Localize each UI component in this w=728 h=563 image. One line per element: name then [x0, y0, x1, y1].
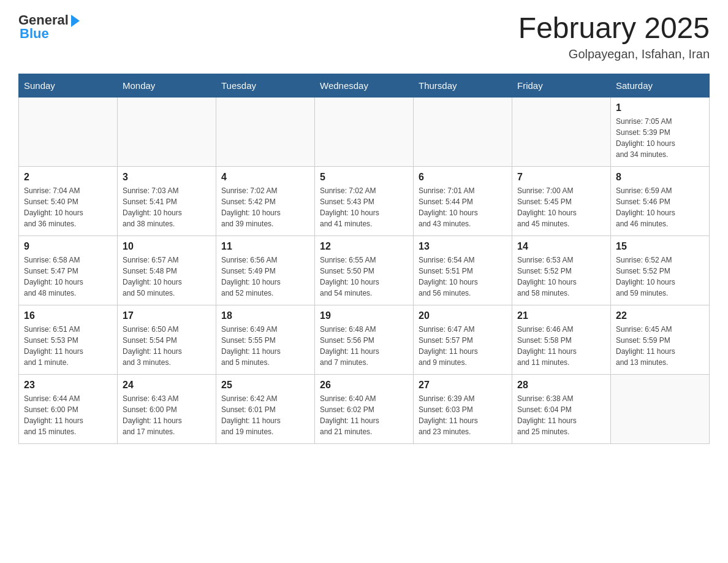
day-info: Sunrise: 6:56 AM Sunset: 5:49 PM Dayligh… [221, 255, 309, 299]
day-number: 11 [221, 241, 309, 252]
day-number: 5 [320, 172, 408, 183]
day-number: 28 [517, 380, 605, 391]
day-number: 27 [419, 380, 507, 391]
day-info: Sunrise: 7:04 AM Sunset: 5:40 PM Dayligh… [24, 185, 112, 229]
calendar-cell: 18Sunrise: 6:49 AM Sunset: 5:55 PM Dayli… [216, 305, 315, 374]
weekday-header-tuesday: Tuesday [216, 74, 315, 97]
calendar-cell [611, 374, 710, 443]
day-number: 1 [616, 102, 704, 113]
calendar-cell: 26Sunrise: 6:40 AM Sunset: 6:02 PM Dayli… [315, 374, 414, 443]
day-info: Sunrise: 7:02 AM Sunset: 5:43 PM Dayligh… [320, 185, 408, 229]
day-info: Sunrise: 6:45 AM Sunset: 5:59 PM Dayligh… [616, 324, 704, 368]
calendar-cell: 17Sunrise: 6:50 AM Sunset: 5:54 PM Dayli… [118, 305, 216, 374]
day-info: Sunrise: 7:05 AM Sunset: 5:39 PM Dayligh… [616, 116, 704, 160]
day-number: 23 [24, 380, 112, 391]
location-subtitle: Golpayegan, Isfahan, Iran [518, 47, 710, 61]
calendar-cell: 13Sunrise: 6:54 AM Sunset: 5:51 PM Dayli… [414, 236, 512, 305]
day-number: 2 [24, 172, 112, 183]
calendar-cell: 7Sunrise: 7:00 AM Sunset: 5:45 PM Daylig… [512, 166, 611, 236]
day-number: 16 [24, 310, 112, 321]
day-number: 18 [221, 310, 309, 321]
calendar-cell [512, 97, 611, 166]
day-number: 25 [221, 380, 309, 391]
page-header: General Blue February 2025 Golpayegan, I… [18, 12, 710, 61]
day-number: 24 [123, 380, 211, 391]
calendar-cell [315, 97, 414, 166]
day-number: 8 [616, 172, 704, 183]
calendar-cell: 19Sunrise: 6:48 AM Sunset: 5:56 PM Dayli… [315, 305, 414, 374]
day-number: 7 [517, 172, 605, 183]
day-info: Sunrise: 6:59 AM Sunset: 5:46 PM Dayligh… [616, 185, 704, 229]
day-info: Sunrise: 6:42 AM Sunset: 6:01 PM Dayligh… [221, 393, 309, 437]
day-info: Sunrise: 6:50 AM Sunset: 5:54 PM Dayligh… [123, 324, 211, 368]
calendar-cell: 2Sunrise: 7:04 AM Sunset: 5:40 PM Daylig… [19, 166, 118, 236]
day-info: Sunrise: 7:00 AM Sunset: 5:45 PM Dayligh… [517, 185, 605, 229]
week-row-5: 23Sunrise: 6:44 AM Sunset: 6:00 PM Dayli… [19, 374, 710, 443]
day-info: Sunrise: 6:52 AM Sunset: 5:52 PM Dayligh… [616, 255, 704, 299]
day-info: Sunrise: 6:49 AM Sunset: 5:55 PM Dayligh… [221, 324, 309, 368]
day-number: 26 [320, 380, 408, 391]
calendar-cell: 10Sunrise: 6:57 AM Sunset: 5:48 PM Dayli… [118, 236, 216, 305]
day-info: Sunrise: 6:38 AM Sunset: 6:04 PM Dayligh… [517, 393, 605, 437]
day-info: Sunrise: 6:43 AM Sunset: 6:00 PM Dayligh… [123, 393, 211, 437]
week-row-3: 9Sunrise: 6:58 AM Sunset: 5:47 PM Daylig… [19, 236, 710, 305]
month-title: February 2025 [518, 12, 710, 45]
day-info: Sunrise: 6:58 AM Sunset: 5:47 PM Dayligh… [24, 255, 112, 299]
day-number: 3 [123, 172, 211, 183]
calendar-cell [414, 97, 512, 166]
weekday-header-monday: Monday [118, 74, 216, 97]
calendar-cell: 12Sunrise: 6:55 AM Sunset: 5:50 PM Dayli… [315, 236, 414, 305]
calendar-cell: 24Sunrise: 6:43 AM Sunset: 6:00 PM Dayli… [118, 374, 216, 443]
calendar-cell: 23Sunrise: 6:44 AM Sunset: 6:00 PM Dayli… [19, 374, 118, 443]
calendar-cell: 14Sunrise: 6:53 AM Sunset: 5:52 PM Dayli… [512, 236, 611, 305]
calendar-cell: 11Sunrise: 6:56 AM Sunset: 5:49 PM Dayli… [216, 236, 315, 305]
calendar-cell: 1Sunrise: 7:05 AM Sunset: 5:39 PM Daylig… [611, 97, 710, 166]
week-row-4: 16Sunrise: 6:51 AM Sunset: 5:53 PM Dayli… [19, 305, 710, 374]
day-number: 22 [616, 310, 704, 321]
day-info: Sunrise: 6:40 AM Sunset: 6:02 PM Dayligh… [320, 393, 408, 437]
day-info: Sunrise: 6:44 AM Sunset: 6:00 PM Dayligh… [24, 393, 112, 437]
weekday-header-saturday: Saturday [611, 74, 710, 97]
day-number: 6 [419, 172, 507, 183]
calendar-cell: 20Sunrise: 6:47 AM Sunset: 5:57 PM Dayli… [414, 305, 512, 374]
day-number: 9 [24, 241, 112, 252]
day-number: 13 [419, 241, 507, 252]
day-info: Sunrise: 6:47 AM Sunset: 5:57 PM Dayligh… [419, 324, 507, 368]
day-number: 4 [221, 172, 309, 183]
weekday-header-row: SundayMondayTuesdayWednesdayThursdayFrid… [19, 74, 710, 97]
day-info: Sunrise: 6:39 AM Sunset: 6:03 PM Dayligh… [419, 393, 507, 437]
title-area: February 2025 Golpayegan, Isfahan, Iran [518, 12, 710, 61]
calendar-cell: 3Sunrise: 7:03 AM Sunset: 5:41 PM Daylig… [118, 166, 216, 236]
day-info: Sunrise: 7:01 AM Sunset: 5:44 PM Dayligh… [419, 185, 507, 229]
day-info: Sunrise: 6:53 AM Sunset: 5:52 PM Dayligh… [517, 255, 605, 299]
calendar-cell: 15Sunrise: 6:52 AM Sunset: 5:52 PM Dayli… [611, 236, 710, 305]
calendar-cell [19, 97, 118, 166]
logo-blue-text: Blue [18, 26, 49, 42]
day-number: 15 [616, 241, 704, 252]
calendar-cell [118, 97, 216, 166]
calendar-cell: 16Sunrise: 6:51 AM Sunset: 5:53 PM Dayli… [19, 305, 118, 374]
weekday-header-sunday: Sunday [19, 74, 118, 97]
calendar-cell: 5Sunrise: 7:02 AM Sunset: 5:43 PM Daylig… [315, 166, 414, 236]
weekday-header-thursday: Thursday [414, 74, 512, 97]
day-info: Sunrise: 6:48 AM Sunset: 5:56 PM Dayligh… [320, 324, 408, 368]
calendar-cell: 4Sunrise: 7:02 AM Sunset: 5:42 PM Daylig… [216, 166, 315, 236]
day-info: Sunrise: 6:57 AM Sunset: 5:48 PM Dayligh… [123, 255, 211, 299]
day-info: Sunrise: 6:55 AM Sunset: 5:50 PM Dayligh… [320, 255, 408, 299]
week-row-2: 2Sunrise: 7:04 AM Sunset: 5:40 PM Daylig… [19, 166, 710, 236]
weekday-header-friday: Friday [512, 74, 611, 97]
weekday-header-wednesday: Wednesday [315, 74, 414, 97]
day-number: 10 [123, 241, 211, 252]
calendar-cell: 25Sunrise: 6:42 AM Sunset: 6:01 PM Dayli… [216, 374, 315, 443]
day-number: 19 [320, 310, 408, 321]
logo-arrow-icon [71, 15, 80, 27]
day-number: 12 [320, 241, 408, 252]
day-info: Sunrise: 6:51 AM Sunset: 5:53 PM Dayligh… [24, 324, 112, 368]
day-info: Sunrise: 7:02 AM Sunset: 5:42 PM Dayligh… [221, 185, 309, 229]
calendar-table: SundayMondayTuesdayWednesdayThursdayFrid… [18, 74, 710, 444]
calendar-cell [216, 97, 315, 166]
calendar-cell: 21Sunrise: 6:46 AM Sunset: 5:58 PM Dayli… [512, 305, 611, 374]
week-row-1: 1Sunrise: 7:05 AM Sunset: 5:39 PM Daylig… [19, 97, 710, 166]
day-number: 14 [517, 241, 605, 252]
day-info: Sunrise: 6:46 AM Sunset: 5:58 PM Dayligh… [517, 324, 605, 368]
